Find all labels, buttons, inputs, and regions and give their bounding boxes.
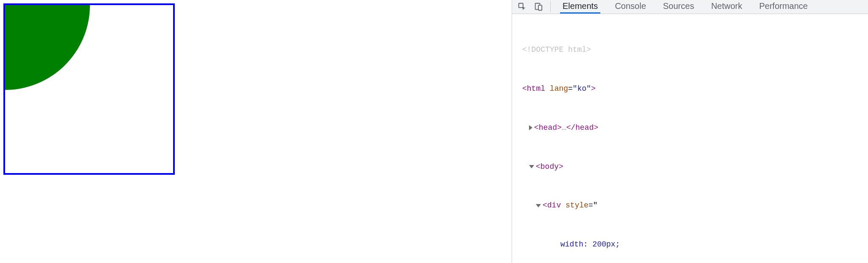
dom-tree[interactable]: <!DOCTYPE html> <html lang="ko"> <head>…… xyxy=(512,14,868,263)
tab-performance[interactable]: Performance xyxy=(757,0,811,14)
dom-line-head[interactable]: <head>…</head> xyxy=(512,121,868,134)
inspect-icon[interactable] xyxy=(515,0,529,14)
demo-svg xyxy=(5,5,175,175)
demo-circle xyxy=(5,5,90,90)
devtools-toolbar: Elements Console Sources Network Perform… xyxy=(512,0,868,14)
dom-line-html-open[interactable]: <html lang="ko"> xyxy=(512,82,868,95)
dom-line-body-open[interactable]: <body> xyxy=(512,160,868,173)
devtools-tabs: Elements Console Sources Network Perform… xyxy=(560,0,810,14)
tab-elements[interactable]: Elements xyxy=(560,0,600,14)
dom-line-doctype[interactable]: <!DOCTYPE html> xyxy=(512,43,868,56)
dom-line-div-open[interactable]: <div style=" xyxy=(512,199,868,212)
expand-arrow-icon[interactable] xyxy=(529,125,532,130)
tab-sources[interactable]: Sources xyxy=(661,0,697,14)
collapse-arrow-icon[interactable] xyxy=(529,165,534,168)
collapse-arrow-icon[interactable] xyxy=(536,204,541,207)
tab-console[interactable]: Console xyxy=(612,0,648,14)
page-content xyxy=(0,0,512,263)
dom-line-style-width[interactable]: width: 200px; xyxy=(512,238,868,251)
toolbar-separator xyxy=(550,1,551,12)
demo-box xyxy=(3,3,175,175)
device-toggle-icon[interactable] xyxy=(532,0,545,14)
tab-network[interactable]: Network xyxy=(708,0,745,14)
devtools-panel: Elements Console Sources Network Perform… xyxy=(512,0,868,263)
svg-rect-2 xyxy=(538,5,542,10)
